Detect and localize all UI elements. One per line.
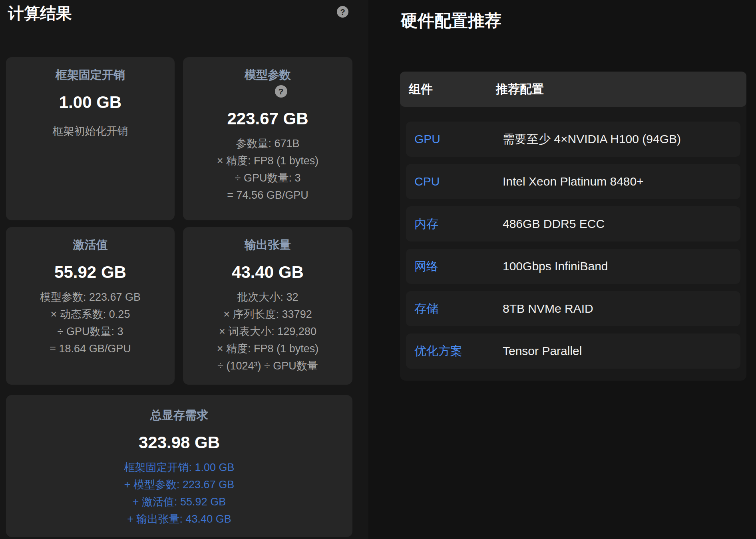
hardware-recommendation-title: 硬件配置推荐 — [401, 10, 501, 32]
column-header-recommended-config: 推荐配置 — [496, 81, 738, 98]
card-title: 总显存需求 — [150, 408, 208, 422]
row-label: 存储 — [414, 301, 503, 317]
row-value: Intel Xeon Platinum 8480+ — [503, 175, 732, 188]
card-output-tensor: 输出张量 43.40 GB 批次大小: 32 × 序列长度: 33792 × 词… — [183, 227, 352, 385]
detail-line: ÷ GPU数量: 3 — [217, 170, 318, 187]
detail-line: = 18.64 GB/GPU — [40, 340, 141, 357]
row-value: 486GB DDR5 ECC — [503, 217, 732, 231]
card-framework-overhead: 框架固定开销 1.00 GB 框架初始化开销 — [6, 57, 175, 220]
detail-line: × 精度: FP8 (1 bytes) — [217, 340, 318, 357]
calculation-detail-list: 批次大小: 32 × 序列长度: 33792 × 词表大小: 129,280 ×… — [217, 289, 318, 375]
row-value: 100Gbps InfiniBand — [503, 260, 732, 273]
card-total-vram: 总显存需求 323.98 GB 框架固定开销: 1.00 GB + 模型参数: … — [6, 395, 352, 537]
help-icon[interactable]: ? — [337, 6, 348, 18]
detail-line: ÷ (1024³) ÷ GPU数量 — [217, 357, 318, 375]
detail-line: ÷ GPU数量: 3 — [40, 323, 141, 340]
calculation-detail-list: 参数量: 671B × 精度: FP8 (1 bytes) ÷ GPU数量: 3… — [217, 135, 318, 204]
row-value: Tensor Parallel — [503, 344, 732, 358]
calculation-results-panel: 计算结果 ? 框架固定开销 1.00 GB 框架初始化开销 模型参数 ? 223… — [0, 0, 368, 539]
breakdown-line: + 输出张量: 43.40 GB — [124, 511, 234, 528]
row-label: 内存 — [414, 216, 503, 232]
calculation-detail-list: 模型参数: 223.67 GB × 动态系数: 0.25 ÷ GPU数量: 3 … — [40, 289, 141, 357]
card-value: 55.92 GB — [54, 262, 126, 282]
detail-line: × 词表大小: 129,280 — [217, 323, 318, 340]
card-title: 激活值 — [73, 238, 108, 252]
breakdown-line: 框架固定开销: 1.00 GB — [124, 459, 234, 476]
calculation-results-title: 计算结果 — [8, 2, 72, 24]
hardware-table-body: GPU 需要至少 4×NVIDIA H100 (94GB) CPU Intel … — [400, 122, 746, 369]
card-value: 43.40 GB — [232, 262, 304, 282]
breakdown-line: + 激活值: 55.92 GB — [124, 493, 234, 511]
help-icon[interactable]: ? — [275, 85, 287, 98]
row-value: 8TB NVMe RAID — [503, 302, 732, 315]
row-label: 优化方案 — [414, 343, 503, 359]
detail-line: × 序列长度: 33792 — [217, 306, 318, 323]
hardware-table: 组件 推荐配置 GPU 需要至少 4×NVIDIA H100 (94GB) CP… — [400, 72, 746, 381]
card-value: 1.00 GB — [59, 92, 121, 112]
row-label: GPU — [414, 132, 503, 146]
table-row-optimization: 优化方案 Tensor Parallel — [406, 333, 740, 369]
table-row-storage: 存储 8TB NVMe RAID — [406, 291, 740, 326]
card-subtitle: 框架初始化开销 — [53, 123, 128, 140]
row-label: CPU — [414, 175, 503, 188]
card-title: 输出张量 — [245, 238, 291, 252]
detail-line: 参数量: 671B — [217, 135, 318, 152]
row-value: 需要至少 4×NVIDIA H100 (94GB) — [503, 131, 732, 148]
card-activations: 激活值 55.92 GB 模型参数: 223.67 GB × 动态系数: 0.2… — [6, 227, 175, 385]
table-row-cpu: CPU Intel Xeon Platinum 8480+ — [406, 164, 740, 199]
card-model-parameters: 模型参数 ? 223.67 GB 参数量: 671B × 精度: FP8 (1 … — [183, 57, 352, 220]
detail-line: 模型参数: 223.67 GB — [40, 289, 141, 306]
hardware-table-header: 组件 推荐配置 — [400, 72, 746, 107]
column-header-component: 组件 — [409, 81, 496, 98]
detail-line: = 74.56 GB/GPU — [217, 187, 318, 204]
card-value: 223.67 GB — [227, 109, 308, 129]
detail-line: 批次大小: 32 — [217, 289, 318, 306]
hardware-recommendation-panel: 硬件配置推荐 组件 推荐配置 GPU 需要至少 4×NVIDIA H100 (9… — [368, 0, 756, 539]
table-row-memory: 内存 486GB DDR5 ECC — [406, 206, 740, 242]
card-title: 框架固定开销 — [56, 68, 125, 82]
detail-line: × 动态系数: 0.25 — [40, 306, 141, 323]
card-title: 模型参数 — [245, 68, 291, 82]
card-value: 323.98 GB — [139, 433, 220, 453]
table-row-gpu: GPU 需要至少 4×NVIDIA H100 (94GB) — [406, 122, 740, 157]
row-label: 网络 — [414, 258, 503, 275]
total-breakdown-list: 框架固定开销: 1.00 GB + 模型参数: 223.67 GB + 激活值:… — [124, 459, 234, 528]
detail-line: × 精度: FP8 (1 bytes) — [217, 152, 318, 170]
table-row-network: 网络 100Gbps InfiniBand — [406, 249, 740, 284]
breakdown-line: + 模型参数: 223.67 GB — [124, 476, 234, 493]
